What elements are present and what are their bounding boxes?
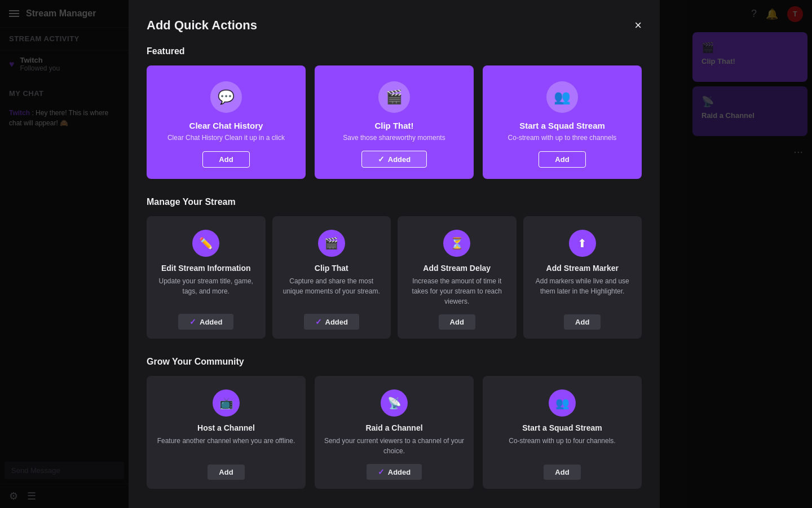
modal-title: Add Quick Actions xyxy=(147,18,257,33)
squad-community-title: Start a Squad Stream xyxy=(522,423,602,432)
host-title: Host a Channel xyxy=(197,423,255,432)
community-grid: 📺 Host a Channel Feature another channel… xyxy=(147,376,642,489)
clip-that-featured-desc: Save those shareworthy moments xyxy=(343,134,445,142)
squad-featured-desc: Co-stream with up to three channels xyxy=(508,134,617,142)
raid-community-icon: 📡 xyxy=(387,396,401,410)
delay-title: Add Stream Delay xyxy=(423,264,491,273)
marker-icon: ⬆ xyxy=(577,237,587,250)
featured-card-clear-chat: 💬 Clear Chat History Clear Chat History … xyxy=(147,65,306,179)
clip-manage-icon-circle: 🎬 xyxy=(318,230,345,257)
squad-icon-circle: 👥 xyxy=(546,81,578,113)
clip-that-button-label: Added xyxy=(388,155,411,164)
check-icon-edit: ✓ xyxy=(189,317,196,326)
edit-info-icon-circle: ✏️ xyxy=(192,230,219,257)
edit-info-title: Edit Stream Information xyxy=(161,264,251,273)
delay-add-button[interactable]: Add xyxy=(439,314,475,330)
manage-section-title: Manage Your Stream xyxy=(147,197,642,207)
featured-section-title: Featured xyxy=(147,46,642,56)
clip-manage-add-button[interactable]: ✓ Added xyxy=(304,314,359,330)
marker-icon-circle: ⬆ xyxy=(569,230,596,257)
marker-add-button[interactable]: Add xyxy=(564,314,601,330)
check-icon-raid: ✓ xyxy=(378,467,385,476)
host-add-button[interactable]: Add xyxy=(208,465,244,480)
squad-community-icon-circle: 👥 xyxy=(549,389,576,417)
manage-grid: ✏️ Edit Stream Information Update your s… xyxy=(147,216,642,339)
modal-header: Add Quick Actions × xyxy=(147,18,642,33)
clip-manage-desc: Capture and share the most unique moment… xyxy=(281,276,382,306)
squad-community-icon: 👥 xyxy=(555,396,570,410)
community-card-squad: 👥 Start a Squad Stream Co-stream with up… xyxy=(483,376,642,489)
clear-chat-desc: Clear Chat History Clean it up in a clic… xyxy=(167,134,285,142)
clip-that-add-button[interactable]: ✓ Added xyxy=(361,151,427,168)
delay-icon-circle: ⏳ xyxy=(443,230,470,257)
squad-featured-title: Start a Squad Stream xyxy=(519,121,605,130)
squad-community-desc: Co-stream with up to four channels. xyxy=(509,436,615,457)
manage-card-marker: ⬆ Add Stream Marker Add markers while li… xyxy=(523,216,642,339)
squad-add-button[interactable]: Add xyxy=(539,151,585,168)
manage-card-delay: ⏳ Add Stream Delay Increase the amount o… xyxy=(398,216,517,339)
squad-community-add-button[interactable]: Add xyxy=(544,465,580,480)
raid-community-title: Raid a Channel xyxy=(365,423,422,432)
manage-card-clip: 🎬 Clip That Capture and share the most u… xyxy=(272,216,391,339)
community-card-host: 📺 Host a Channel Feature another channel… xyxy=(147,376,306,489)
edit-info-desc: Update your stream title, game, tags, an… xyxy=(156,276,257,306)
check-icon-clip-manage: ✓ xyxy=(315,317,322,326)
close-button[interactable]: × xyxy=(634,18,642,33)
raid-community-icon-circle: 📡 xyxy=(381,389,408,417)
marker-title: Add Stream Marker xyxy=(546,264,619,273)
clear-chat-add-button[interactable]: Add xyxy=(202,151,249,168)
delay-icon: ⏳ xyxy=(450,237,464,250)
clip-that-icon: 🎬 xyxy=(386,89,403,105)
raid-community-add-button[interactable]: ✓ Added xyxy=(367,464,422,480)
clip-manage-title: Clip That xyxy=(315,264,348,273)
featured-card-squad: 👥 Start a Squad Stream Co-stream with up… xyxy=(483,65,642,179)
marker-desc: Add markers while live and use them late… xyxy=(532,276,633,306)
host-icon: 📺 xyxy=(219,396,233,410)
community-card-raid: 📡 Raid a Channel Send your current viewe… xyxy=(315,376,474,489)
squad-icon: 👥 xyxy=(554,89,571,105)
clip-that-featured-title: Clip That! xyxy=(374,121,413,130)
featured-card-clip-that: 🎬 Clip That! Save those shareworthy mome… xyxy=(315,65,474,179)
manage-card-edit-info: ✏️ Edit Stream Information Update your s… xyxy=(147,216,266,339)
clear-chat-icon: 💬 xyxy=(218,89,235,105)
raid-community-button-label: Added xyxy=(388,468,411,476)
clip-manage-icon: 🎬 xyxy=(324,237,338,250)
clip-that-icon-circle: 🎬 xyxy=(378,81,410,113)
add-quick-actions-modal: Add Quick Actions × Featured 💬 Clear Cha… xyxy=(129,0,660,508)
raid-community-desc: Send your current viewers to a channel o… xyxy=(324,436,465,456)
check-icon-clip: ✓ xyxy=(378,155,385,164)
edit-info-add-button[interactable]: ✓ Added xyxy=(178,314,233,330)
clip-manage-button-label: Added xyxy=(325,318,348,326)
host-desc: Feature another channel when you are off… xyxy=(157,436,295,457)
edit-info-button-label: Added xyxy=(200,318,222,326)
community-section-title: Grow Your Community xyxy=(147,357,642,367)
featured-grid: 💬 Clear Chat History Clear Chat History … xyxy=(147,65,642,179)
edit-icon: ✏️ xyxy=(199,237,213,250)
host-icon-circle: 📺 xyxy=(213,389,240,417)
delay-desc: Increase the amount of time it takes for… xyxy=(407,276,508,306)
clear-chat-title: Clear Chat History xyxy=(189,121,263,130)
clear-chat-icon-circle: 💬 xyxy=(210,81,242,113)
